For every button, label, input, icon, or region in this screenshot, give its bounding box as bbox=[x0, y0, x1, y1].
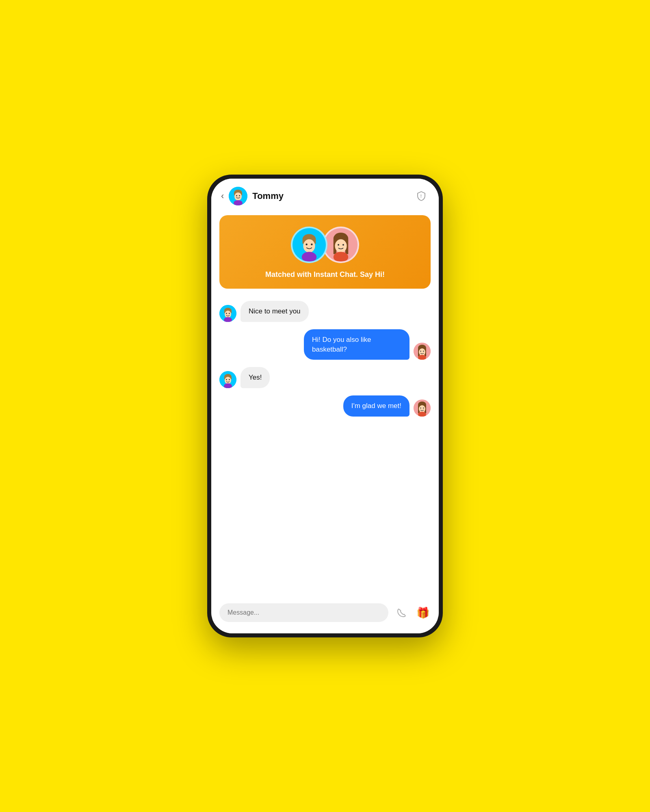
sender-avatar-blue bbox=[219, 305, 236, 322]
match-banner: Matched with Instant Chat. Say Hi! bbox=[219, 215, 431, 289]
svg-point-50 bbox=[420, 408, 421, 409]
sender-avatar-pink bbox=[414, 343, 431, 360]
back-button[interactable]: ‹ bbox=[221, 191, 224, 201]
svg-point-27 bbox=[226, 313, 227, 314]
svg-point-26 bbox=[225, 311, 231, 318]
svg-point-3 bbox=[234, 192, 242, 201]
svg-point-20 bbox=[338, 244, 339, 246]
match-avatar-contact bbox=[323, 227, 359, 263]
svg-point-49 bbox=[419, 405, 425, 412]
svg-point-11 bbox=[303, 239, 315, 253]
message-row: I'm glad we met! bbox=[219, 395, 431, 417]
message-row: Yes! bbox=[219, 367, 431, 388]
sender-avatar-pink bbox=[414, 400, 431, 417]
gift-button[interactable]: 🎁 bbox=[415, 605, 431, 620]
svg-point-12 bbox=[306, 244, 308, 246]
svg-point-51 bbox=[423, 408, 424, 409]
svg-point-43 bbox=[229, 379, 230, 380]
phone-screen: ‹ Tommy bbox=[211, 179, 439, 633]
match-banner-text: Matched with Instant Chat. Say Hi! bbox=[265, 270, 385, 279]
message-bubble: Yes! bbox=[240, 367, 270, 388]
gift-icon: 🎁 bbox=[416, 607, 429, 619]
message-bubble: I'm glad we met! bbox=[343, 395, 410, 417]
chat-header: ‹ Tommy bbox=[211, 179, 439, 211]
input-bar: 🎁 bbox=[211, 598, 439, 633]
contact-avatar-header bbox=[229, 187, 247, 205]
svg-point-36 bbox=[423, 351, 424, 352]
message-row: Nice to meet you bbox=[219, 301, 431, 322]
svg-point-5 bbox=[239, 195, 240, 197]
svg-point-34 bbox=[419, 348, 425, 356]
phone-call-button[interactable] bbox=[394, 605, 410, 620]
svg-point-19 bbox=[335, 239, 347, 253]
match-avatar-user bbox=[291, 227, 327, 263]
message-bubble: Nice to meet you bbox=[240, 301, 309, 322]
svg-point-21 bbox=[342, 244, 344, 246]
svg-point-35 bbox=[420, 351, 421, 352]
svg-point-28 bbox=[229, 313, 230, 314]
svg-text:!: ! bbox=[420, 194, 422, 199]
phone-device: ‹ Tommy bbox=[207, 175, 443, 637]
message-row: Hi! Do you also like basketball? bbox=[219, 329, 431, 360]
message-bubble: Hi! Do you also like basketball? bbox=[304, 329, 410, 360]
svg-point-41 bbox=[225, 377, 231, 384]
svg-point-4 bbox=[236, 195, 237, 197]
svg-point-42 bbox=[226, 379, 227, 380]
sender-avatar-blue bbox=[219, 371, 236, 388]
contact-name: Tommy bbox=[252, 191, 414, 201]
svg-point-13 bbox=[311, 244, 313, 246]
chat-area: Nice to meet you bbox=[211, 297, 439, 598]
message-input[interactable] bbox=[219, 603, 388, 622]
safety-button[interactable]: ! bbox=[414, 188, 429, 204]
match-avatars bbox=[291, 227, 359, 263]
